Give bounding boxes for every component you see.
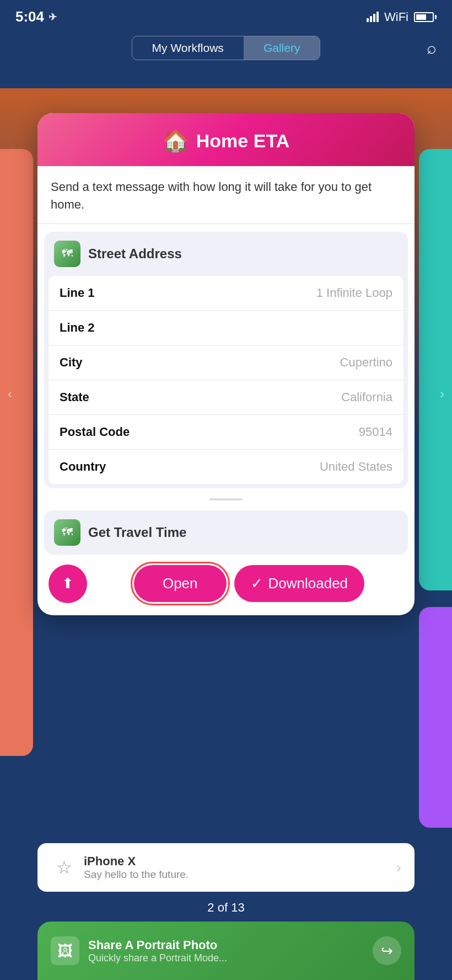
tab-gallery[interactable]: Gallery	[244, 36, 320, 60]
left-card-preview	[0, 149, 33, 756]
field-line1[interactable]: Line 1 1 Infinite Loop	[49, 276, 403, 311]
field-state[interactable]: State California	[49, 380, 403, 415]
status-bar: 5:04 ✈ WiFi	[0, 0, 452, 30]
label-country: Country	[60, 460, 106, 474]
page-separator: of	[218, 901, 228, 914]
pagination: 2 of 13	[0, 901, 452, 915]
travel-time-section: 🗺 Get Travel Time	[44, 510, 408, 555]
page-current: 2	[207, 901, 214, 914]
label-postal: Postal Code	[60, 425, 130, 439]
card-header: 🏠 Home ETA	[37, 113, 415, 166]
left-nav-arrow[interactable]: ‹	[8, 386, 12, 402]
iphonex-promo[interactable]: ☆ iPhone X Say hello to the future. ›	[37, 843, 415, 892]
checkmark-icon: ✓	[251, 575, 263, 592]
green-card-info: Share A Portrait Photo Quickly share a P…	[88, 938, 364, 964]
value-line1: 1 Infinite Loop	[316, 286, 392, 300]
section-header: 🗺 Street Address	[44, 232, 408, 276]
value-country: United States	[320, 460, 392, 474]
time-display: 5:04	[15, 8, 44, 25]
page-total: 13	[231, 901, 244, 914]
iphonex-title: iPhone X	[84, 854, 396, 869]
tab-switcher: My Workflows Gallery	[132, 36, 321, 60]
bottom-green-card[interactable]: 🖼 Share A Portrait Photo Quickly share a…	[37, 922, 415, 980]
green-card-subtitle: Quickly share a Portrait Mode...	[88, 952, 364, 964]
address-form: Line 1 1 Infinite Loop Line 2 City Cuper…	[49, 276, 403, 484]
share-icon: ⬆	[62, 575, 74, 592]
right-nav-arrow[interactable]: ›	[440, 386, 444, 402]
label-state: State	[60, 390, 89, 404]
main-workflow-card: 🏠 Home ETA Send a text message with how …	[37, 113, 415, 615]
iphonex-info: iPhone X Say hello to the future.	[84, 854, 396, 881]
section-title: Street Address	[88, 246, 182, 262]
travel-section-title: Get Travel Time	[88, 525, 186, 540]
tab-my-workflows[interactable]: My Workflows	[132, 36, 244, 60]
label-city: City	[60, 355, 83, 370]
downloaded-label: Downloaded	[268, 575, 348, 592]
action-buttons-row: ⬆ Open ✓ Downloaded	[37, 560, 415, 615]
field-postal[interactable]: Postal Code 95014	[49, 415, 403, 450]
value-city: Cupertino	[340, 355, 392, 370]
nav-bar: My Workflows Gallery ⌕	[0, 30, 452, 69]
open-button[interactable]: Open	[134, 565, 227, 602]
search-icon[interactable]: ⌕	[427, 39, 437, 57]
status-icons: WiFi	[367, 10, 437, 24]
street-address-section: 🗺 Street Address Line 1 1 Infinite Loop …	[44, 232, 408, 488]
battery-icon	[414, 12, 437, 22]
value-state: California	[341, 390, 392, 404]
field-country[interactable]: Country United States	[49, 450, 403, 484]
field-line2[interactable]: Line 2	[49, 311, 403, 345]
value-postal: 95014	[359, 425, 392, 439]
maps-app-icon: 🗺	[54, 241, 80, 267]
star-icon: ☆	[51, 854, 77, 881]
right-card-preview	[419, 149, 452, 590]
signal-strength	[367, 12, 379, 22]
label-line1: Line 1	[60, 286, 95, 300]
right-card-preview-2	[419, 607, 452, 828]
scroll-indicator	[37, 496, 415, 503]
card-description: Send a text message with how long it wil…	[37, 166, 415, 224]
location-icon: ✈	[49, 11, 57, 23]
label-line2: Line 2	[60, 321, 95, 335]
maps-icon-2: 🗺	[54, 519, 80, 546]
downloaded-button[interactable]: ✓ Downloaded	[234, 565, 365, 602]
chevron-right-icon: ›	[396, 859, 401, 876]
green-share-icon[interactable]: ↪	[373, 936, 401, 965]
iphonex-subtitle: Say hello to the future.	[84, 869, 396, 881]
wifi-icon: WiFi	[384, 10, 408, 24]
home-icon: 🏠	[163, 129, 189, 153]
green-card-title: Share A Portrait Photo	[88, 938, 364, 952]
card-title: Home ETA	[196, 130, 289, 152]
portrait-icon: 🖼	[51, 936, 79, 965]
status-time: 5:04 ✈	[15, 8, 57, 25]
share-button[interactable]: ⬆	[49, 564, 87, 603]
field-city[interactable]: City Cupertino	[49, 345, 403, 380]
travel-section-header: 🗺 Get Travel Time	[44, 510, 408, 555]
